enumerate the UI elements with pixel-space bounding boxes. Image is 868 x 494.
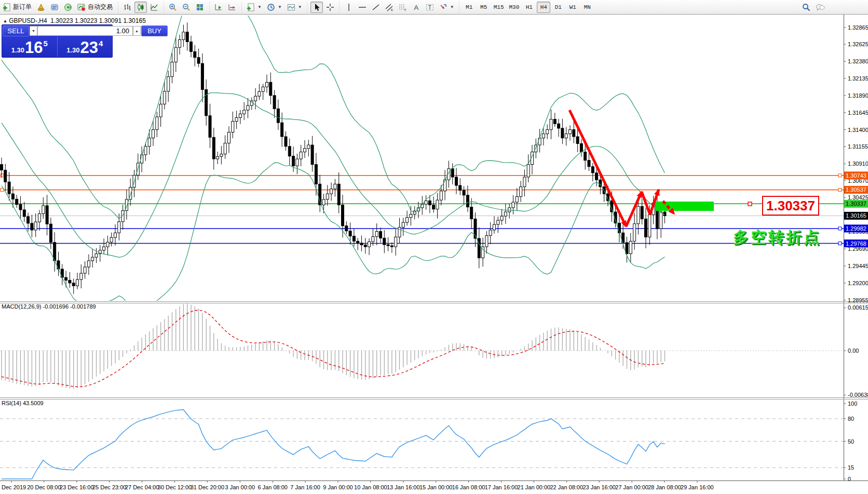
line-chart-icon [150,3,158,11]
signals-button[interactable] [62,2,74,13]
zoom-in-icon [169,3,177,11]
svg-text:15: 15 [848,464,854,471]
buy-price[interactable]: 1.30 23 4 [58,37,113,57]
fibonacci-icon: F [399,3,407,11]
tile-windows-button[interactable] [194,2,206,13]
svg-text:F: F [404,8,406,11]
data-window-icon [50,3,59,11]
svg-text:10 Jan 08:00: 10 Jan 08:00 [354,484,387,490]
templates-button[interactable]: ▼ [285,2,304,13]
tf-h4-button[interactable]: H4 [537,2,550,13]
svg-text:1.30910: 1.30910 [848,161,868,167]
pane-splitter[interactable] [0,398,868,399]
data-window-button[interactable] [48,2,61,13]
time-axis[interactable]: 9 Dec 201920 Dec 08:0023 Dec 16:0025 Dec… [0,480,714,490]
svg-text:6 Jan 08:00: 6 Jan 08:00 [257,484,288,490]
rsi-pane [0,410,844,479]
svg-text:1.29768: 1.29768 [846,241,866,247]
auto-scroll-icon [214,3,223,11]
svg-text:-0.00638: -0.00638 [848,392,868,398]
toolbar-separator [338,2,341,13]
svg-text:25 Dec 23:00: 25 Dec 23:00 [92,484,126,490]
sell-button[interactable]: SELL [3,25,29,36]
price-callout-box[interactable]: 1.30337 [762,196,819,216]
svg-text:1.31155: 1.31155 [848,143,868,150]
market-watch-button[interactable] [35,2,47,13]
svg-text:1.29445: 1.29445 [848,263,868,269]
svg-text:20 Dec 08:00: 20 Dec 08:00 [27,484,61,490]
bar-chart-button[interactable] [121,2,133,13]
tf-d1-button[interactable]: D1 [551,2,565,13]
zoom-in-button[interactable] [167,2,179,13]
text-button[interactable]: A [410,2,423,13]
tf-mn-button[interactable]: MN [580,2,594,13]
arrows-button[interactable]: ▼ [437,2,456,13]
svg-text:22 Jan 08:00: 22 Jan 08:00 [550,484,583,490]
toolbar-separator [240,2,243,13]
svg-text:16 Jan 08:00: 16 Jan 08:00 [452,484,485,490]
svg-text:1.30165: 1.30165 [846,212,866,219]
tf-m5-button[interactable]: M5 [477,2,491,13]
candlestick-chart-icon [137,3,145,11]
svg-text:1.30743: 1.30743 [846,172,866,179]
svg-text:T: T [428,4,431,10]
autotrading-icon [77,3,86,11]
tf-m15-button[interactable]: M15 [492,2,506,13]
toolbar-separator [208,2,211,13]
horizontal-line-button[interactable] [356,2,369,13]
svg-text:100: 100 [848,400,857,407]
search-button[interactable] [800,2,812,13]
svg-text:1.32625: 1.32625 [848,41,868,47]
svg-text:E: E [391,8,393,11]
equidistant-channel-button[interactable]: E [383,2,396,13]
tf-w1-button[interactable]: W1 [566,2,579,13]
line-chart-button[interactable] [148,2,160,13]
signals-icon [64,3,72,11]
cursor-button[interactable] [310,2,323,13]
candlestick-chart-button[interactable] [134,2,147,13]
zoom-out-icon [182,3,191,11]
svg-text:23 Dec 16:00: 23 Dec 16:00 [60,484,93,490]
autotrading-button[interactable]: 自动交易 [75,2,115,13]
volume-decrease-button[interactable]: ▼ [30,26,37,36]
symbol-triangle-icon: ▲ [3,19,7,23]
tf-m1-button[interactable]: M1 [463,2,476,13]
volume-input[interactable] [37,26,133,36]
trendline-button[interactable] [370,2,382,13]
svg-text:1.29982: 1.29982 [846,225,866,232]
tf-m30-button[interactable]: M30 [507,2,522,13]
price-axis[interactable]: 1.328651.326251.323801.321351.318901.316… [844,24,868,482]
vertical-line-button[interactable] [343,2,355,13]
autotrading-label: 自动交易 [88,3,113,11]
chart-shift-icon [228,3,236,11]
zoom-out-button[interactable] [180,2,193,13]
trendline-icon [372,3,380,11]
fibonacci-button[interactable]: F [397,2,409,13]
pane-splitter[interactable] [0,302,868,303]
chart-canvas[interactable]: 1.328651.326251.323801.321351.318901.316… [0,15,868,494]
sell-price-prefix: 1.30 [11,46,24,54]
annotation-note-text[interactable]: 多空转折点 [733,227,821,248]
chart-symbol-period: GBPUSD-,H4 [9,17,47,24]
clock-icon [267,3,275,11]
chat-icon [816,3,825,11]
svg-text:9 Jan 00:00: 9 Jan 00:00 [323,484,353,490]
svg-text:80: 80 [848,416,854,422]
chart-shift-button[interactable] [226,2,238,13]
sell-price[interactable]: 1.30 16 5 [2,37,58,57]
chart-title: ▲ GBPUSD-,H4 1.30223 1.30223 1.30091 1.3… [3,17,146,24]
new-chart-button[interactable]: ▼ [245,2,264,13]
cursor-icon [313,3,321,11]
volume-increase-button[interactable]: ▲ [133,26,141,36]
periods-button[interactable]: ▼ [265,2,284,13]
buy-button[interactable]: BUY [141,25,168,36]
auto-scroll-button[interactable] [212,2,225,13]
svg-text:0.006157: 0.006157 [848,304,868,311]
drawn-annotations[interactable] [569,110,752,229]
chat-button[interactable] [813,2,827,13]
crosshair-button[interactable] [324,2,336,13]
macd-indicator-label: MACD(12,26,9) -0.001696 -0.001789 [2,303,96,310]
new-order-button[interactable]: 新订单 [1,2,34,13]
text-label-button[interactable]: T [424,2,436,13]
tf-h1-button[interactable]: H1 [522,2,536,13]
